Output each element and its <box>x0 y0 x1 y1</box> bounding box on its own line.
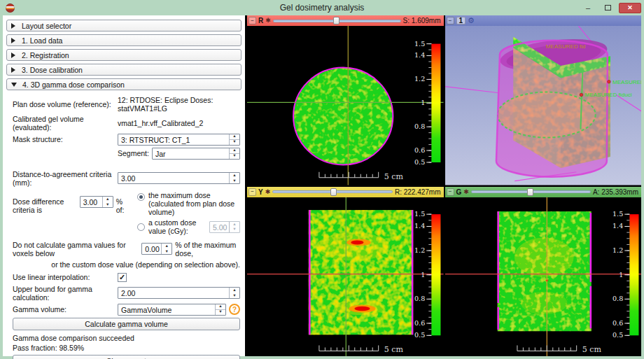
view-label: G <box>456 188 462 196</box>
dta-value: 3.00 <box>118 173 229 183</box>
expand-arrow-icon <box>11 23 15 29</box>
maximize-button[interactable] <box>599 3 616 13</box>
upper-bound-label: Upper bound for gamma calculation: <box>13 285 118 302</box>
dose-diff-value: 3.00 <box>80 197 102 207</box>
fiducial-point[interactable] <box>580 93 583 97</box>
title-bar: Gel dosimetry analysis – ✕ <box>0 0 644 15</box>
calibrated-volume-value: vmat1_hr.vff_Calibrated_2 <box>118 119 240 127</box>
threshold-value: 0.00 <box>142 244 161 254</box>
svg-text:0.5: 0.5 <box>414 331 425 339</box>
slice-offset-slider[interactable] <box>471 189 591 195</box>
fiducial-label: MEASURED... <box>612 79 641 85</box>
pin-icon[interactable]: ✱ <box>463 189 469 195</box>
green-view-header: − G ✱ A: 235.393mm <box>445 187 642 197</box>
pin-icon[interactable]: ✱ <box>265 17 271 24</box>
slice-offset-slider[interactable] <box>273 17 401 24</box>
interpolation-checkbox[interactable]: ✓ <box>118 273 127 282</box>
svg-text:0.8: 0.8 <box>612 295 623 302</box>
svg-text:0.5: 0.5 <box>612 331 623 339</box>
red-view-header: − R ✱ S: 1.609mm <box>247 15 444 26</box>
combo-arrows-icon: ▲▼ <box>229 148 239 159</box>
threed-view: − 1 ⚙ <box>445 15 642 185</box>
slice-view-yellow: − Y ✱ R: 222.427mm <box>247 187 444 357</box>
threshold-label: Do not calculate gamma values for voxels… <box>13 241 139 258</box>
view-label: Y <box>258 188 263 196</box>
gamma-volume-value: GammaVolume <box>118 304 215 315</box>
custom-dose-spinbox[interactable]: 5.00 ▲▼ <box>209 221 240 233</box>
dta-spinbox[interactable]: 3.00 ▲▼ <box>118 172 240 184</box>
threshold-label-post: % of the maximum dose, <box>175 241 240 258</box>
gear-icon[interactable]: ⚙ <box>468 17 475 24</box>
svg-text:0.6: 0.6 <box>612 319 623 327</box>
svg-text:1.5: 1.5 <box>414 210 425 218</box>
yellow-slice-canvas[interactable]: 1.51.41.210.80.60.5 5 cm <box>247 197 444 357</box>
show-report-button[interactable]: Show report <box>13 355 240 359</box>
section-registration[interactable]: 2. Registration <box>6 49 241 61</box>
section-gamma-comparison[interactable]: 4. 3D gamma dose comparison <box>6 78 241 90</box>
fiducial-label: MEASURED fid <box>545 43 585 50</box>
threed-view-header: − 1 ⚙ <box>445 15 642 26</box>
help-button[interactable]: ? <box>229 304 240 315</box>
segment-label: Segment: <box>118 149 149 157</box>
svg-text:0.5: 0.5 <box>414 158 425 166</box>
svg-text:0.6: 0.6 <box>414 319 425 327</box>
section-label: 4. 3D gamma dose comparison <box>22 80 125 89</box>
threed-canvas[interactable]: MEASURED fid MEASURED... MEASURED fiduci <box>445 26 642 185</box>
jar-model-front-3d <box>496 41 607 177</box>
red-slice-canvas[interactable]: 1.51.41.210.80.60.5 5 cm <box>247 26 444 185</box>
green-slice-canvas[interactable]: 1.51.41.210.80.60.5 5 cm <box>445 197 642 357</box>
svg-text:1.5: 1.5 <box>612 210 623 218</box>
custom-dose-value: 5.00 <box>210 222 229 232</box>
expand-arrow-icon <box>11 38 15 43</box>
module-panel: Layout selector 1. Load data 2. Registra… <box>3 15 245 356</box>
collapse-view-button[interactable]: − <box>447 188 454 196</box>
minimize-button[interactable]: – <box>580 3 596 13</box>
collapse-view-button[interactable]: − <box>447 17 454 24</box>
section-load-data[interactable]: 1. Load data <box>6 34 241 46</box>
spin-arrows-icon: ▲▼ <box>161 244 172 254</box>
threshold-spinbox[interactable]: 0.00 ▲▼ <box>141 243 172 255</box>
section-dose-calibration[interactable]: 3. Dose calibration <box>6 64 241 76</box>
svg-text:5 cm: 5 cm <box>384 345 404 354</box>
svg-text:1: 1 <box>421 99 425 106</box>
dose-diff-spinbox[interactable]: 3.00 ▲▼ <box>80 196 113 208</box>
dta-label: Distance-to-agreement criteria (mm): <box>13 170 118 187</box>
svg-text:0.8: 0.8 <box>414 122 425 130</box>
slice-view-red: − R ✱ S: 1.609mm <box>247 15 444 185</box>
plan-dose-value: 12: RTDOSE: Eclipse Doses: statVMAT1#LG <box>118 96 240 113</box>
maximize-icon <box>605 5 611 10</box>
fiducial-point[interactable] <box>607 80 610 84</box>
slice-view-green: − G ✱ A: 235.393mm <box>445 187 642 357</box>
slice-offset-slider[interactable] <box>272 189 393 195</box>
collapse-view-button[interactable]: − <box>248 188 256 196</box>
spin-arrows-icon: ▲▼ <box>102 197 113 207</box>
radio-maximum-dose-label: the maximum dose (calculated from plan d… <box>148 191 240 216</box>
close-button[interactable]: ✕ <box>619 3 641 13</box>
collapse-view-button[interactable]: − <box>248 17 256 24</box>
svg-text:1: 1 <box>619 270 623 278</box>
pin-icon[interactable]: ✱ <box>265 189 271 195</box>
svg-text:1.5: 1.5 <box>414 40 425 48</box>
mask-structure-value: 3: RTSTRUCT: CT_1 <box>118 134 229 145</box>
calculate-gamma-button-label: Calculate gamma volume <box>85 320 167 328</box>
upper-bound-value: 2.00 <box>118 288 229 298</box>
radio-custom-dose[interactable] <box>137 223 145 231</box>
section-label: 2. Registration <box>22 51 69 59</box>
calculate-gamma-button[interactable]: Calculate gamma volume <box>13 318 240 330</box>
spin-arrows-icon: ▲▼ <box>229 222 239 232</box>
slice-offset-value: A: 235.393mm <box>593 188 638 196</box>
gamma-volume-label: Gamma volume: <box>13 305 118 314</box>
fiducial-label: MEASURED fiduci <box>584 92 631 99</box>
mask-structure-select[interactable]: 3: RTSTRUCT: CT_1 ▲▼ <box>118 134 240 146</box>
section-label: 1. Load data <box>22 36 62 45</box>
radio-maximum-dose[interactable] <box>137 193 145 201</box>
upper-bound-spinbox[interactable]: 2.00 ▲▼ <box>118 287 240 299</box>
segment-select[interactable]: Jar ▲▼ <box>152 148 240 160</box>
section-layout-selector[interactable]: Layout selector <box>6 20 241 31</box>
slice-offset-value: S: 1.609mm <box>403 17 441 24</box>
svg-text:1.2: 1.2 <box>414 246 425 254</box>
gamma-volume-select[interactable]: GammaVolume ▲▼ <box>118 304 226 316</box>
svg-text:0.6: 0.6 <box>414 146 425 154</box>
svg-text:1: 1 <box>421 270 425 278</box>
radio-custom-dose-label: a custom dose value (cGy): <box>148 218 206 235</box>
